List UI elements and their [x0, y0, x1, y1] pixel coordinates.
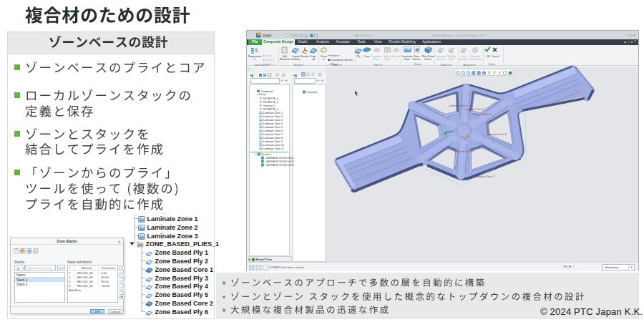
svg-text:Laminate Zone 7: Laminate Zone 7 [464, 108, 484, 111]
svg-text:Laminate Zone 5: Laminate Zone 5 [449, 104, 468, 107]
svg-text:Laminate Zone 4: Laminate Zone 4 [472, 113, 491, 116]
svg-text:Laminate Zone 8: Laminate Zone 8 [487, 133, 507, 136]
svg-text:Laminate Zone 9: Laminate Zone 9 [454, 150, 474, 153]
svg-text:Laminate Zone 2: Laminate Zone 2 [475, 175, 494, 178]
